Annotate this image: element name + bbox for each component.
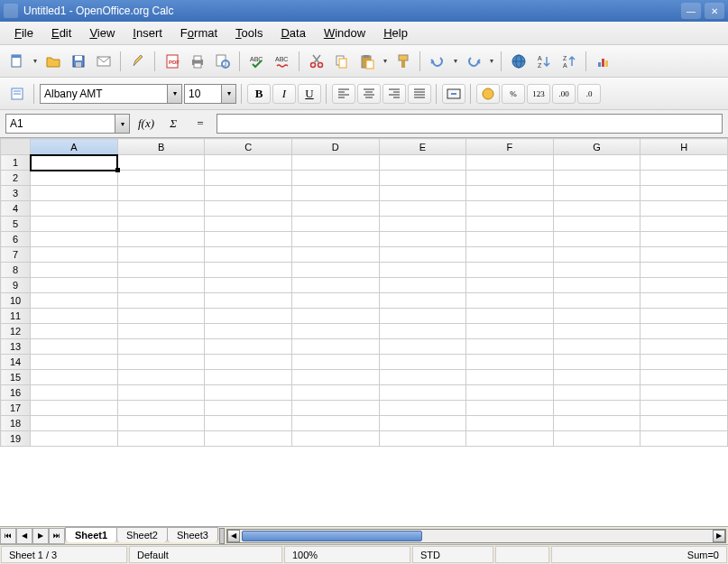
cell-E4[interactable] — [379, 201, 466, 217]
status-mode[interactable]: STD — [412, 546, 493, 563]
align-justify-button[interactable] — [408, 84, 431, 104]
cell-E3[interactable] — [379, 186, 466, 201]
cell-B15[interactable] — [117, 370, 205, 385]
chart-button[interactable] — [592, 50, 615, 73]
cell-G7[interactable] — [553, 247, 640, 263]
currency-button[interactable] — [476, 84, 500, 104]
cell-C8[interactable] — [205, 263, 292, 278]
cell-H7[interactable] — [640, 247, 728, 263]
cell-H14[interactable] — [640, 355, 728, 370]
row-header-17[interactable]: 17 — [1, 401, 31, 416]
autospell-button[interactable]: ABC — [271, 50, 294, 73]
column-header-F[interactable]: F — [466, 139, 554, 155]
cell-F17[interactable] — [466, 401, 554, 416]
cell-G2[interactable] — [553, 171, 640, 186]
menu-insert[interactable]: Insert — [124, 23, 171, 43]
align-right-button[interactable] — [382, 84, 406, 104]
cell-E16[interactable] — [379, 385, 466, 401]
cell-A2[interactable] — [31, 171, 118, 186]
cell-G12[interactable] — [553, 324, 640, 339]
sort-desc-button[interactable]: ZA — [558, 50, 581, 73]
row-header-1[interactable]: 1 — [1, 155, 31, 171]
row-header-4[interactable]: 4 — [1, 201, 31, 217]
cell-C6[interactable] — [205, 232, 292, 247]
row-header-16[interactable]: 16 — [1, 385, 31, 401]
cell-A4[interactable] — [31, 201, 118, 217]
column-header-D[interactable]: D — [291, 139, 379, 155]
cell-G15[interactable] — [553, 370, 640, 385]
cell-D11[interactable] — [291, 309, 379, 324]
cell-D15[interactable] — [291, 370, 379, 385]
cell-F4[interactable] — [466, 201, 554, 217]
cell-G17[interactable] — [553, 401, 640, 416]
percent-button[interactable]: % — [502, 84, 525, 104]
cell-B5[interactable] — [117, 217, 205, 232]
cell-E2[interactable] — [379, 171, 466, 186]
cell-G19[interactable] — [553, 431, 640, 447]
tab-last-button[interactable]: ⏭ — [49, 528, 65, 544]
cell-A5[interactable] — [31, 217, 118, 232]
cell-F12[interactable] — [466, 324, 554, 339]
scroll-right-button[interactable]: ▶ — [713, 530, 725, 542]
cell-A8[interactable] — [31, 263, 118, 278]
cell-C9[interactable] — [205, 278, 292, 293]
cell-A12[interactable] — [31, 324, 118, 339]
cell-A6[interactable] — [31, 232, 118, 247]
scroll-thumb[interactable] — [242, 531, 422, 541]
cell-E17[interactable] — [379, 401, 466, 416]
cell-E12[interactable] — [379, 324, 466, 339]
cell-F3[interactable] — [466, 186, 554, 201]
row-header-8[interactable]: 8 — [1, 263, 31, 278]
menu-format[interactable]: Format — [171, 23, 226, 43]
cell-A9[interactable] — [31, 278, 118, 293]
paste-button[interactable] — [355, 50, 379, 73]
cell-F11[interactable] — [466, 309, 554, 324]
cell-C2[interactable] — [205, 171, 292, 186]
cell-D1[interactable] — [291, 155, 379, 171]
cell-G16[interactable] — [553, 385, 640, 401]
row-header-10[interactable]: 10 — [1, 293, 31, 309]
cell-D6[interactable] — [291, 232, 379, 247]
function-wizard-button[interactable]: f(x) — [135, 114, 157, 134]
menu-file[interactable]: File — [5, 23, 42, 43]
cell-D14[interactable] — [291, 355, 379, 370]
cell-F8[interactable] — [466, 263, 554, 278]
cell-B14[interactable] — [117, 355, 205, 370]
paste-dropdown[interactable]: ▾ — [381, 57, 390, 65]
row-header-19[interactable]: 19 — [1, 431, 31, 447]
cut-button[interactable] — [305, 50, 328, 73]
cell-E7[interactable] — [379, 247, 466, 263]
cell-E19[interactable] — [379, 431, 466, 447]
copy-button[interactable] — [330, 50, 354, 73]
cell-B3[interactable] — [117, 186, 205, 201]
cell-H15[interactable] — [640, 370, 728, 385]
cell-B2[interactable] — [117, 171, 205, 186]
status-sum[interactable]: Sum=0 — [551, 546, 727, 563]
cell-D9[interactable] — [291, 278, 379, 293]
cell-D10[interactable] — [291, 293, 379, 309]
cell-D19[interactable] — [291, 431, 379, 447]
cell-A7[interactable] — [31, 247, 118, 263]
cell-reference-combo[interactable]: ▾ — [5, 114, 130, 134]
cell-H1[interactable] — [640, 155, 728, 171]
pdf-export-button[interactable]: PDF — [161, 50, 184, 73]
minimize-button[interactable]: — — [681, 3, 701, 19]
cell-E11[interactable] — [379, 309, 466, 324]
menu-view[interactable]: View — [80, 23, 124, 43]
cell-C1[interactable] — [205, 155, 292, 171]
hyperlink-button[interactable] — [507, 50, 530, 73]
size-input[interactable] — [185, 85, 221, 103]
cell-C19[interactable] — [205, 431, 292, 447]
undo-button[interactable] — [426, 50, 449, 73]
email-button[interactable] — [92, 50, 115, 73]
cell-A3[interactable] — [31, 186, 118, 201]
bold-button[interactable]: B — [247, 84, 271, 104]
format-paint-button[interactable] — [392, 50, 415, 73]
cell-B8[interactable] — [117, 263, 205, 278]
cell-B16[interactable] — [117, 385, 205, 401]
cell-C17[interactable] — [205, 401, 292, 416]
cell-C10[interactable] — [205, 293, 292, 309]
column-header-H[interactable]: H — [640, 139, 728, 155]
close-button[interactable]: ✕ — [705, 3, 724, 19]
menu-tools[interactable]: Tools — [226, 23, 272, 43]
